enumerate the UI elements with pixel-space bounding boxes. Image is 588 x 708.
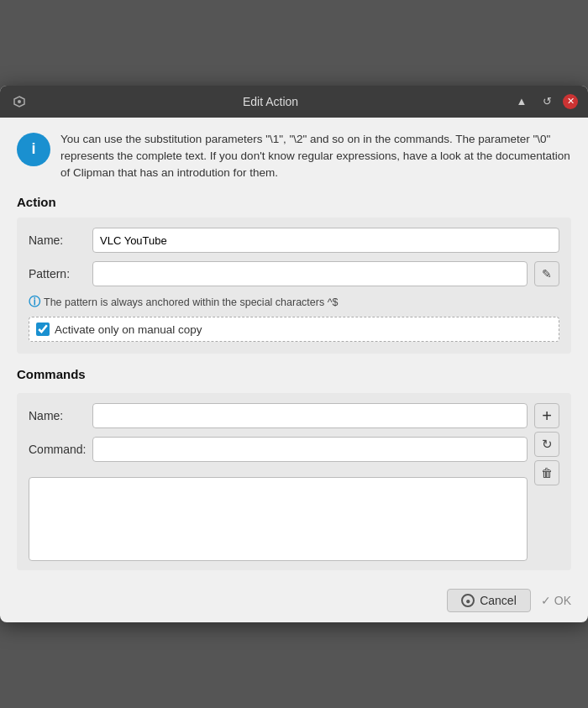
checkbox-row[interactable]: Activate only on manual copy <box>29 317 559 342</box>
name-input[interactable] <box>92 228 559 253</box>
minimize-icon[interactable]: ▲ <box>512 92 531 111</box>
pencil-icon: ✎ <box>542 267 552 281</box>
pencil-button[interactable]: ✎ <box>534 261 559 286</box>
name-row: Name: <box>29 228 559 253</box>
svg-point-0 <box>18 100 21 103</box>
bottom-bar: ● Cancel ✓ OK <box>0 582 588 622</box>
hint-icon: ⓘ <box>29 295 40 310</box>
cmd-name-row: Name: <box>29 403 528 428</box>
plus-icon: + <box>542 406 552 426</box>
pattern-input[interactable] <box>92 261 528 286</box>
titlebar-controls: ▲ ↺ ✕ <box>512 92 578 111</box>
info-box: i You can use the substitution parameter… <box>17 131 571 182</box>
refresh-icon: ↻ <box>542 437 553 452</box>
commands-textarea[interactable] <box>29 477 528 561</box>
titlebar: Edit Action ▲ ↺ ✕ <box>0 86 588 118</box>
name-label: Name: <box>29 233 86 247</box>
refresh-command-button[interactable]: ↻ <box>534 432 559 457</box>
cmd-command-row: Command: <box>29 437 528 462</box>
titlebar-left <box>10 92 29 111</box>
info-icon: i <box>17 133 50 166</box>
commands-actions: + ↻ 🗑 <box>534 403 559 485</box>
window-title: Edit Action <box>29 95 512 108</box>
cancel-label: Cancel <box>480 594 517 607</box>
pattern-row: Pattern: ✎ <box>29 261 559 286</box>
commands-form: Name: Command: + <box>17 393 571 570</box>
checkbox-label: Activate only on manual copy <box>55 323 202 336</box>
action-section-title: Action <box>17 195 571 209</box>
commands-row: Name: Command: + <box>29 403 559 564</box>
close-icon[interactable]: ✕ <box>563 94 578 109</box>
window-body: i You can use the substitution parameter… <box>0 118 588 583</box>
edit-action-window: Edit Action ▲ ↺ ✕ i You can use the subs… <box>0 86 588 623</box>
restore-icon[interactable]: ↺ <box>538 92 556 111</box>
ok-label: OK <box>554 594 571 607</box>
cmd-command-input[interactable] <box>92 437 528 462</box>
cmd-name-label: Name: <box>29 409 86 422</box>
commands-section-title: Commands <box>17 367 571 381</box>
cancel-button[interactable]: ● Cancel <box>447 589 531 612</box>
cmd-name-input[interactable] <box>92 403 528 428</box>
add-command-button[interactable]: + <box>534 403 559 428</box>
cancel-circle-icon: ● <box>461 594 475 607</box>
checkmark-icon: ✓ <box>541 594 551 607</box>
manual-copy-checkbox[interactable] <box>36 323 50 336</box>
info-text: You can use the substitution parameters … <box>60 131 571 182</box>
pattern-label: Pattern: <box>29 267 86 281</box>
pattern-hint-text: The pattern is always anchored within th… <box>44 296 339 308</box>
pattern-hint: ⓘ The pattern is always anchored within … <box>29 295 559 310</box>
delete-command-button[interactable]: 🗑 <box>534 460 559 485</box>
action-form: Name: Pattern: ✎ ⓘ The pattern is always… <box>17 218 571 354</box>
app-icon <box>10 92 29 111</box>
cmd-command-label: Command: <box>29 443 86 456</box>
commands-fields: Name: Command: <box>29 403 528 564</box>
delete-icon: 🗑 <box>541 466 553 480</box>
ok-button[interactable]: ✓ OK <box>541 594 571 607</box>
